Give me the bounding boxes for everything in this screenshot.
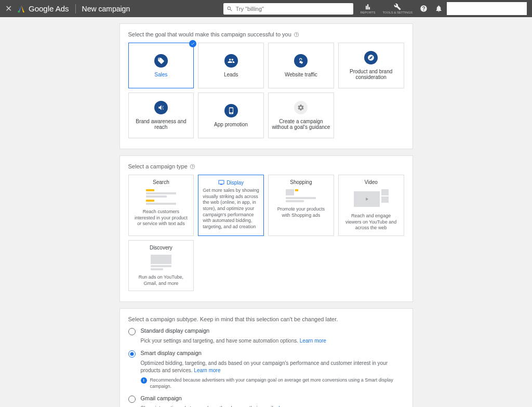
- svg-point-0: [18, 10, 20, 12]
- header-divider: [75, 4, 76, 14]
- click-icon: [294, 54, 308, 68]
- type-display[interactable]: Display Get more sales by showing visual…: [198, 175, 264, 236]
- discovery-ad-mock: [151, 255, 171, 271]
- type-discovery[interactable]: Discovery Run ads on YouTube, Gmail, and…: [128, 240, 194, 291]
- tools-button[interactable]: Tools & Settings: [382, 3, 413, 14]
- goals-grid: Sales Leads Website traffic Product and …: [128, 43, 404, 138]
- search-ad-mock: [146, 189, 176, 206]
- wrench-icon: [394, 3, 401, 10]
- shopping-ad-mock: [286, 189, 316, 203]
- subtype-smart[interactable]: Smart display campaign: [128, 350, 404, 358]
- tag-icon: [154, 54, 168, 68]
- learn-more-link[interactable]: Learn more: [194, 367, 220, 373]
- subtype-gmail-desc: Show interactive ads to people as they b…: [141, 405, 404, 407]
- radio-icon: [128, 350, 136, 358]
- help-icon[interactable]: [294, 32, 299, 37]
- search-icon: [227, 6, 233, 12]
- types-title: Select a campaign type: [128, 163, 404, 169]
- type-search[interactable]: Search Reach customers interested in you…: [128, 175, 194, 236]
- display-icon: [218, 179, 224, 186]
- info-icon: i: [141, 377, 147, 384]
- search-input-wrapper[interactable]: [223, 3, 353, 15]
- types-grid: Search Reach customers interested in you…: [128, 175, 404, 236]
- video-ad-mock: [354, 189, 389, 210]
- goal-leads[interactable]: Leads: [198, 43, 264, 88]
- subtype-smart-desc: Optimized bidding, targeting, and ads ba…: [141, 360, 404, 374]
- type-shopping[interactable]: Shopping Promote your products with Shop…: [268, 175, 334, 236]
- goals-title: Select the goal that would make this cam…: [128, 31, 404, 37]
- reports-icon: [364, 3, 371, 10]
- play-icon: [364, 196, 369, 202]
- goal-website-traffic[interactable]: Website traffic: [268, 43, 334, 88]
- goal-app-promotion[interactable]: App promotion: [198, 93, 264, 138]
- goal-product-brand[interactable]: Product and brand consideration: [338, 43, 404, 88]
- reports-button[interactable]: Reports: [361, 3, 376, 14]
- phone-icon: [224, 104, 238, 117]
- help-button[interactable]: [420, 5, 428, 12]
- megaphone-icon: [154, 101, 168, 114]
- subtype-gmail[interactable]: Gmail campaign: [128, 395, 404, 403]
- subtype-standard[interactable]: Standard display campaign: [128, 327, 404, 335]
- main-column: Select the goal that would make this cam…: [119, 23, 413, 407]
- types-grid-row2: Discovery Run ads on YouTube, Gmail, and…: [128, 240, 404, 291]
- radio-icon: [128, 396, 136, 403]
- notifications-button[interactable]: [435, 5, 443, 12]
- goal-brand-awareness[interactable]: Brand awareness and reach: [128, 93, 194, 138]
- subtypes-title: Select a campaign subtype. Keep in mind …: [128, 316, 404, 322]
- radio-icon: [128, 328, 136, 335]
- types-card: Select a campaign type Search Reach cust…: [119, 155, 413, 302]
- help-icon: [420, 5, 428, 12]
- subtype-standard-desc: Pick your settings and targeting, and ha…: [141, 337, 404, 345]
- help-icon[interactable]: [190, 164, 195, 169]
- brand-title: Google Ads: [29, 4, 69, 13]
- account-box[interactable]: [447, 2, 527, 15]
- people-icon: [224, 54, 238, 68]
- gear-icon: [294, 101, 308, 114]
- goals-card: Select the goal that would make this cam…: [119, 23, 413, 149]
- goal-no-goal[interactable]: Create a campaign without a goal's guida…: [268, 93, 334, 138]
- breadcrumb: New campaign: [82, 5, 130, 13]
- close-icon[interactable]: ✕: [5, 4, 12, 14]
- goal-sales[interactable]: Sales: [128, 43, 194, 88]
- subtype-smart-note: i Recommended because advertisers with y…: [141, 377, 404, 389]
- app-header: ✕ Google Ads New campaign Reports Tools …: [0, 0, 532, 17]
- compass-icon: [364, 51, 378, 64]
- google-ads-logo-icon: [17, 5, 25, 13]
- learn-more-link[interactable]: Learn more: [300, 338, 326, 344]
- search-input[interactable]: [236, 6, 350, 12]
- type-video[interactable]: Video Reach and engage viewers on YouTub…: [338, 175, 404, 236]
- check-icon: [189, 40, 196, 47]
- subtypes-card: Select a campaign subtype. Keep in mind …: [119, 308, 413, 407]
- bell-icon: [435, 5, 443, 12]
